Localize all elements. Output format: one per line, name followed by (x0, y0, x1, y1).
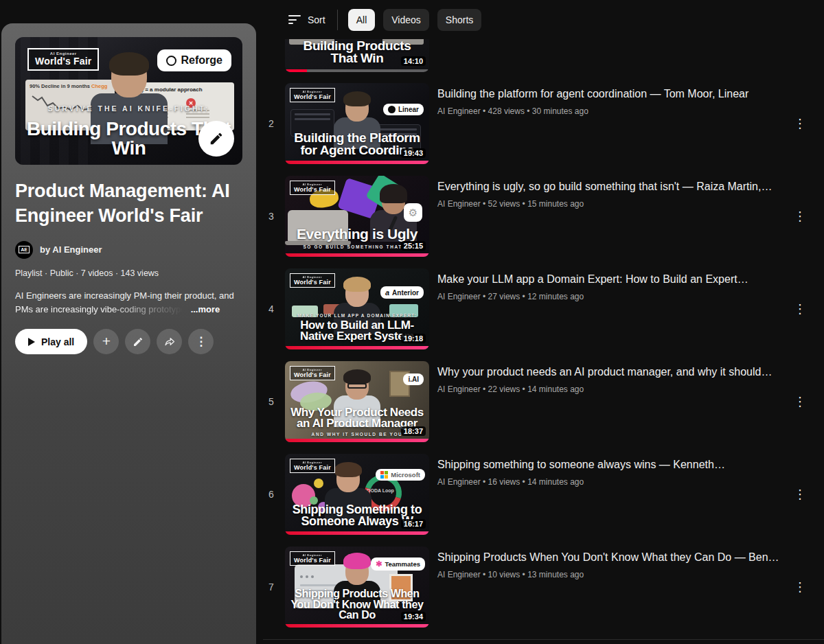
partner-badge: a Anterior (380, 286, 424, 299)
video-index: 2 (258, 83, 285, 164)
video-thumbnail[interactable]: AI Engineer World's Fair i.AI Why Your P… (285, 361, 429, 442)
video-meta: AI Engineer • 16 views • 14 minutes ago (437, 477, 784, 487)
partner-badge: Linear (383, 104, 424, 115)
video-title[interactable]: Shipping Products When You Don't Know Wh… (437, 550, 784, 565)
playlist-actions: Play all + ⋮ (15, 329, 242, 354)
video-index (258, 39, 285, 72)
video-thumbnail[interactable]: AI Engineer World's Fair OODA Loop Micro… (285, 454, 429, 535)
plus-icon: + (102, 334, 111, 348)
video-thumbnail[interactable]: AI Engineer World's Fair ⚙ Everything is… (285, 176, 429, 257)
video-index: 5 (258, 361, 285, 442)
thumbnail-strip (285, 253, 429, 257)
video-meta: AI Engineer • 27 views • 12 minutes ago (437, 292, 784, 301)
worlds-fair-badge: AI Engineer World's Fair (290, 273, 335, 288)
filter-chip-all[interactable]: All (348, 9, 376, 31)
duration-badge: 19:18 (401, 334, 426, 343)
worlds-fair-badge: AI Engineer World's Fair (27, 48, 99, 71)
video-thumbnail[interactable]: AI Engineer World's Fair a Anterior MAKE… (285, 268, 429, 349)
video-row-7: 7 AI Engineer World's Fair ✻ (258, 547, 824, 628)
anterior-logo-icon: a (385, 288, 389, 297)
thumbnail-strip (285, 346, 429, 349)
video-row-4: 4 AI Engineer World's Fair a An (258, 268, 824, 349)
worlds-fair-badge: AI Engineer World's Fair (290, 551, 335, 566)
filter-toolbar: Sort All Videos Shorts (258, 0, 824, 39)
video-menu-button[interactable]: ⋮ (787, 481, 813, 507)
reforge-logo-icon (166, 56, 176, 66)
kebab-icon: ⋮ (794, 487, 806, 501)
playlist-byline: AE by AI Engineer (15, 241, 242, 259)
more-button[interactable]: ...more (191, 304, 220, 314)
save-playlist-button[interactable]: + (93, 329, 119, 354)
video-rows: Building Products That Win 14:10 2 AI En… (258, 39, 824, 628)
thumbnail-kicker: MAKE YOUR LLM APP A DOMAIN EXPERT: (288, 313, 426, 318)
duration-badge: 16:17 (401, 519, 426, 529)
playlist-owner[interactable]: by AI Engineer (40, 244, 102, 255)
duration-badge: 18:37 (401, 426, 426, 436)
playlist-description: AI Engineers are increasingly PM-ing the… (15, 289, 242, 317)
video-menu-button[interactable]: ⋮ (787, 296, 813, 322)
play-all-button[interactable]: Play all (15, 329, 87, 354)
toolbar-divider (337, 10, 338, 30)
video-row-2: 2 AI Engineer World's Fair Linear (258, 83, 824, 164)
video-row-5: 5 AI Engineer World's Fair i.AI (258, 361, 824, 442)
kebab-icon: ⋮ (794, 580, 806, 594)
video-menu-button[interactable]: ⋮ (787, 203, 813, 229)
video-thumbnail[interactable]: AI Engineer World's Fair Linear Building… (285, 83, 429, 164)
sort-button[interactable]: Sort (288, 13, 325, 27)
worlds-fair-badge: AI Engineer World's Fair (290, 181, 335, 195)
watch-progress-bar (285, 69, 429, 72)
thumbnail-strip (285, 531, 429, 535)
video-thumbnail[interactable]: AI Engineer World's Fair ✻ Teammates Shi… (285, 547, 429, 628)
playlist-stats: Playlist · Public · 7 videos · 143 views (15, 268, 242, 278)
video-row-1: Building Products That Win 14:10 (258, 39, 824, 72)
video-title[interactable]: Make your LLM app a Domain Expert: How t… (437, 272, 784, 287)
sort-icon (288, 13, 301, 27)
linear-logo-icon (388, 106, 396, 113)
kebab-icon: ⋮ (195, 334, 207, 349)
thumbnail-strip (285, 439, 429, 442)
teammates-logo-icon: ✻ (376, 560, 382, 568)
kebab-icon: ⋮ (794, 395, 806, 409)
video-menu-button[interactable]: ⋮ (787, 111, 813, 137)
video-title[interactable]: Why your product needs an AI product man… (437, 365, 784, 380)
worlds-fair-badge: AI Engineer World's Fair (290, 366, 335, 380)
video-list-section: Sort All Videos Shorts Building Products… (258, 0, 824, 644)
video-index: 6 (258, 454, 285, 535)
thumbnail-strip (285, 624, 429, 628)
playlist-panel: AI Engineer World's Fair Reforge 90% Dec… (1, 23, 256, 644)
microsoft-logo-icon (380, 471, 388, 479)
video-row-3: 3 AI Engineer World's Fair ⚙ (258, 176, 824, 257)
video-title[interactable]: Shipping something to someone always win… (437, 457, 784, 472)
youtube-playlist-page: AI Engineer World's Fair Reforge 90% Dec… (0, 0, 824, 644)
thumbnail-strip (285, 161, 429, 164)
duration-badge: 25:15 (401, 241, 426, 251)
edit-thumbnail-button[interactable] (198, 121, 234, 157)
video-menu-button[interactable]: ⋮ (787, 574, 813, 600)
worlds-fair-badge: AI Engineer World's Fair (290, 88, 335, 102)
playlist-thumbnail[interactable]: AI Engineer World's Fair Reforge 90% Dec… (15, 37, 242, 165)
bubble-chart-graphic (314, 479, 323, 488)
channel-avatar[interactable]: AE (15, 241, 33, 259)
video-index: 7 (258, 547, 285, 628)
video-meta: AI Engineer • 428 views • 30 minutes ago (437, 106, 784, 116)
partner-badge: i.AI (403, 373, 424, 385)
list-divider (263, 639, 824, 640)
edit-playlist-button[interactable] (125, 329, 150, 354)
video-meta: AI Engineer • 22 views • 14 minutes ago (437, 384, 784, 394)
share-button[interactable] (157, 329, 182, 354)
video-meta: AI Engineer • 52 views • 15 minutes ago (437, 199, 784, 209)
filter-chip-videos[interactable]: Videos (383, 9, 429, 31)
thumbnail-kicker: SURVIVE THE AI KNIFE-FIGHT: (15, 104, 242, 113)
video-title[interactable]: Building the platform for agent coordina… (437, 87, 784, 102)
video-menu-button[interactable]: ⋮ (787, 389, 813, 415)
video-title[interactable]: Everything is ugly, so go build somethin… (437, 179, 784, 194)
duration-badge: 19:43 (401, 148, 426, 158)
filter-chip-shorts[interactable]: Shorts (437, 9, 481, 31)
partner-badge: ⚙ (404, 203, 422, 222)
video-thumbnail[interactable]: Building Products That Win 14:10 (285, 39, 429, 72)
gear-icon: ⚙ (409, 207, 417, 219)
pencil-icon (133, 336, 144, 347)
playlist-more-button[interactable]: ⋮ (188, 329, 214, 354)
kebab-icon: ⋮ (794, 302, 806, 316)
kebab-icon: ⋮ (794, 117, 806, 130)
